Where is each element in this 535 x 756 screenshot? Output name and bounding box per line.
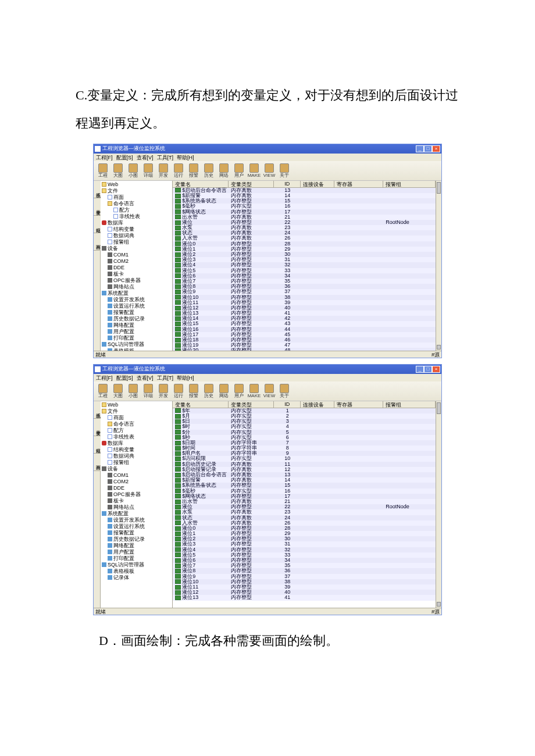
column-headers[interactable]: 变量名变量类型ID连接设备寄存器报警组 xyxy=(173,401,436,408)
table-row[interactable]: $时间内存字符串8 xyxy=(173,445,436,451)
table-row[interactable]: $日内存实型3 xyxy=(173,419,436,424)
side-tab[interactable]: 站点 xyxy=(94,436,101,454)
side-tabs[interactable]: 系统变量站点画面 xyxy=(94,401,101,608)
table-row[interactable]: $新报警内存离散14 xyxy=(173,477,436,483)
toolbar-button[interactable]: 小图 xyxy=(126,163,140,178)
toolbar-button[interactable]: 历史 xyxy=(202,384,216,398)
table-row[interactable]: 入水管内存离散26 xyxy=(173,520,436,526)
table-row[interactable]: 液位20内存整型48 xyxy=(173,348,436,350)
toolbar-button[interactable]: 详细 xyxy=(141,163,155,178)
table-row[interactable]: 液位5内存整型33 xyxy=(173,552,436,558)
menu-item[interactable]: 工具[T] xyxy=(157,375,174,381)
table-row[interactable]: $启动后台命令语言内存离散13 xyxy=(173,188,436,193)
side-tab[interactable]: 站点 xyxy=(94,216,101,233)
tree-item[interactable]: COM1 xyxy=(102,472,172,479)
table-row[interactable]: $新报警内存离散14 xyxy=(173,193,436,198)
table-row[interactable]: 液位12内存整型40 xyxy=(173,305,436,311)
menu-item[interactable]: 工程[F] xyxy=(96,375,113,381)
tree-item[interactable]: 板卡 xyxy=(102,498,172,504)
table-row[interactable]: 出水管内存离散21 xyxy=(173,499,436,504)
table-row[interactable]: 液位6内存整型34 xyxy=(173,558,436,563)
table-row[interactable]: $毫秒内存实型16 xyxy=(173,488,436,494)
table-row[interactable]: 液位6内存整型34 xyxy=(173,273,436,279)
tree-panel[interactable]: Web文件画面命令语言配方非线性表数据库结构变量数据词典报警组设备COM1COM… xyxy=(101,181,173,351)
toolbar-button[interactable]: 大图 xyxy=(111,384,125,398)
tree-item[interactable]: Web xyxy=(102,402,172,408)
column-header[interactable]: 报警组 xyxy=(383,181,436,187)
table-row[interactable]: 液位17内存整型45 xyxy=(173,332,436,337)
toolbar-button[interactable]: 大图 xyxy=(111,163,125,178)
tree-item[interactable]: 命令语言 xyxy=(102,201,172,207)
tree-item[interactable]: 文件 xyxy=(102,188,172,194)
column-header[interactable]: ID xyxy=(274,181,301,187)
tree-item[interactable]: Web xyxy=(102,181,172,188)
table-row[interactable]: 液位13内存整型41 xyxy=(173,311,436,316)
menu-item[interactable]: 工程[F] xyxy=(96,154,113,161)
tree-item[interactable]: 历史数据记录 xyxy=(102,536,172,543)
menu-item[interactable]: 查看[V] xyxy=(137,154,154,161)
table-row[interactable]: 液位8内存整型36 xyxy=(173,284,436,289)
toolbar-button[interactable]: 用户 xyxy=(232,384,246,398)
table-row[interactable]: $访问权限内存实型10 xyxy=(173,456,436,461)
data-rows[interactable]: $年内存实型1$月内存实型2$日内存实型3$时内存实型4$分内存实型5$秒内存实… xyxy=(173,408,436,608)
close-button[interactable]: × xyxy=(432,145,440,152)
tree-item[interactable]: 结构变量 xyxy=(102,226,172,233)
toolbar-button[interactable]: VIEW xyxy=(262,163,276,178)
toolbar-button[interactable]: 关于 xyxy=(277,163,291,178)
table-row[interactable]: 液位9内存整型37 xyxy=(173,574,436,579)
table-row[interactable]: $时内存实型4 xyxy=(173,424,436,429)
table-row[interactable]: 状态内存离散24 xyxy=(173,515,436,520)
menu-item[interactable]: 配置[S] xyxy=(116,154,133,161)
tree-panel[interactable]: Web文件画面命令语言配方非线性表数据库结构变量数据词典报警组设备COM1COM… xyxy=(101,401,173,608)
table-row[interactable]: $启动历史记录内存离散11 xyxy=(173,462,436,467)
tree-item[interactable]: 设置运行系统 xyxy=(102,523,172,530)
toolbar-button[interactable]: 历史 xyxy=(202,163,216,178)
tree-item[interactable]: 报警组 xyxy=(102,239,172,245)
table-row[interactable]: $月内存实型2 xyxy=(173,413,436,419)
table-row[interactable]: 液位14内存整型42 xyxy=(173,316,436,321)
table-row[interactable]: 液位12内存整型40 xyxy=(173,590,436,595)
tree-item[interactable]: 网络配置 xyxy=(102,543,172,549)
table-row[interactable]: 液位7内存整型35 xyxy=(173,563,436,568)
tree-item[interactable]: 记录体 xyxy=(102,575,172,581)
table-row[interactable]: 液位4内存整型32 xyxy=(173,547,436,552)
table-row[interactable]: 液位15内存整型43 xyxy=(173,321,436,326)
tree-item[interactable]: 画面 xyxy=(102,415,172,421)
toolbar-button[interactable]: 小图 xyxy=(126,384,140,398)
table-row[interactable]: 液位16内存整型44 xyxy=(173,327,436,332)
close-button[interactable]: × xyxy=(432,366,440,373)
column-header[interactable]: 寄存器 xyxy=(334,401,383,408)
toolbar-button[interactable]: 用户 xyxy=(232,163,246,178)
side-tab[interactable]: 变量 xyxy=(94,198,101,216)
column-headers[interactable]: 变量名变量类型ID连接设备寄存器报警组 xyxy=(173,181,436,188)
tree-item[interactable]: 网络站点 xyxy=(102,284,172,290)
tree-item[interactable]: 网络站点 xyxy=(102,504,172,511)
table-row[interactable]: 液位2内存整型30 xyxy=(173,252,436,257)
tree-item[interactable]: 系统配置 xyxy=(102,511,172,517)
side-tabs[interactable]: 系统变量站点画面 xyxy=(94,181,101,351)
menu-item[interactable]: 配置[S] xyxy=(116,375,133,381)
table-row[interactable]: 液位13内存整型41 xyxy=(173,595,436,600)
table-row[interactable]: 液位内存整型22RootNode xyxy=(173,504,436,509)
tree-item[interactable]: 打印配置 xyxy=(102,555,172,562)
tree-item[interactable]: 配方 xyxy=(102,207,172,213)
toolbar-button[interactable]: 详细 xyxy=(141,384,155,398)
toolbar-button[interactable]: 运行 xyxy=(172,384,186,398)
side-tab[interactable]: 画面 xyxy=(94,233,101,251)
table-row[interactable]: $网络状态内存整型17 xyxy=(173,209,436,215)
table-row[interactable]: 液位18内存整型46 xyxy=(173,337,436,343)
table-row[interactable]: 入水管内存离散26 xyxy=(173,236,436,241)
tree-item[interactable]: 报警组 xyxy=(102,459,172,466)
tree-item[interactable]: DDE xyxy=(102,485,172,491)
tree-item[interactable]: SQL访问管理器 xyxy=(102,341,172,348)
table-row[interactable]: 液位19内存整型47 xyxy=(173,343,436,348)
table-row[interactable]: $网络状态内存整型17 xyxy=(173,494,436,499)
table-row[interactable]: 液位4内存整型32 xyxy=(173,262,436,268)
max-button[interactable]: □ xyxy=(424,366,432,373)
menu-item[interactable]: 工具[T] xyxy=(157,154,174,161)
side-tab[interactable]: 画面 xyxy=(94,454,101,471)
tree-item[interactable]: 表格模板 xyxy=(102,348,172,351)
data-rows[interactable]: $启动后台命令语言内存离散13$新报警内存离散14$系统热备状态内存整型15$毫… xyxy=(173,188,436,351)
table-row[interactable]: $年内存实型1 xyxy=(173,408,436,413)
tree-item[interactable]: 系统配置 xyxy=(102,290,172,297)
